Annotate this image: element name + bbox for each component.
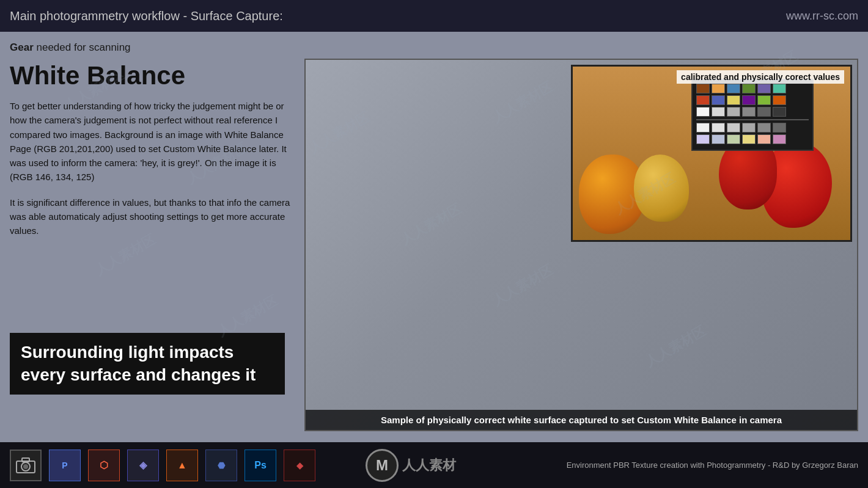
swatch bbox=[773, 107, 786, 117]
logo-text: M bbox=[376, 457, 388, 474]
swatch bbox=[727, 107, 740, 117]
swatch bbox=[757, 123, 771, 133]
software-icon-photoshop[interactable]: Ps bbox=[245, 450, 276, 481]
camera-icon[interactable] bbox=[10, 450, 42, 481]
swatch bbox=[712, 95, 725, 105]
software-icon-1[interactable]: P bbox=[49, 450, 81, 481]
software-icon-6[interactable]: ◆ bbox=[284, 450, 315, 481]
highlight-box: Surrounding light impacts every surface … bbox=[10, 333, 285, 395]
swatch bbox=[773, 134, 786, 144]
swatch bbox=[727, 84, 740, 93]
white-balance-title: White Balance bbox=[10, 61, 297, 90]
description-paragraph2: It is significant difference in values, … bbox=[10, 195, 297, 238]
bottom-center: M 人人素材 bbox=[323, 449, 499, 482]
swatch-row-1 bbox=[696, 84, 809, 93]
swatch bbox=[757, 95, 771, 105]
swatch bbox=[742, 84, 756, 93]
swatch bbox=[696, 107, 710, 117]
swatch bbox=[727, 95, 740, 105]
swatch-row-5 bbox=[696, 134, 809, 144]
website-label: www.rr-sc.com bbox=[786, 10, 858, 23]
swatch bbox=[773, 95, 786, 105]
swatch bbox=[696, 95, 710, 105]
svg-point-2 bbox=[23, 464, 28, 469]
swatch bbox=[757, 107, 771, 117]
software-icon-4[interactable]: ▲ bbox=[166, 450, 198, 481]
swatch bbox=[727, 123, 740, 133]
brand-text: 人人素材 bbox=[402, 456, 456, 475]
right-image-panel: calibrated and physically corect values bbox=[304, 59, 858, 431]
color-checker-container: calibrated and physically corect values bbox=[571, 65, 852, 242]
color-checker-label: calibrated and physically corect values bbox=[677, 70, 844, 84]
bottom-toolbar: P ⬡ ◈ ▲ ⬣ Ps ◆ M 人人素材 Environment PBR Te… bbox=[0, 442, 868, 488]
swatch bbox=[712, 123, 725, 133]
gear-rest-text: needed for scanning bbox=[34, 42, 131, 53]
swatch bbox=[696, 134, 710, 144]
swatch bbox=[742, 95, 756, 105]
window-title: Main photogrammetry workflow - Surface C… bbox=[10, 9, 283, 23]
swatch-row-2 bbox=[696, 95, 809, 105]
swatch bbox=[712, 107, 725, 117]
swatch bbox=[727, 134, 740, 144]
swatch-row-3 bbox=[696, 107, 809, 117]
swatch bbox=[773, 84, 786, 93]
color-checker-card bbox=[691, 79, 814, 151]
software-icon-3[interactable]: ◈ bbox=[127, 450, 159, 481]
swatch bbox=[742, 107, 756, 117]
swatch bbox=[742, 123, 756, 133]
bottom-caption: Sample of physically correct white surfa… bbox=[306, 410, 857, 430]
swatch bbox=[696, 123, 710, 133]
gear-heading: Gear needed for scanning bbox=[10, 42, 858, 54]
main-area: 人人素材区 人人素材区 人人素材区 人人素材区 人人素材区 人人素材区 人人素材… bbox=[0, 32, 868, 442]
bottom-credit-text: Environment PBR Texture creation with Ph… bbox=[506, 461, 858, 470]
swatch bbox=[757, 84, 771, 93]
swatch bbox=[757, 134, 771, 144]
content-row: White Balance To get better understandin… bbox=[10, 59, 858, 431]
left-panel: White Balance To get better understandin… bbox=[10, 59, 297, 431]
swatch-row-4 bbox=[696, 123, 809, 133]
logo-circle: M bbox=[366, 449, 399, 482]
svg-rect-3 bbox=[22, 458, 29, 462]
gear-bold-text: Gear bbox=[10, 42, 34, 53]
description-paragraph1: To get better understanding of how trick… bbox=[10, 99, 297, 184]
swatch bbox=[712, 84, 725, 93]
swatch bbox=[696, 84, 710, 93]
software-icon-2[interactable]: ⬡ bbox=[88, 450, 120, 481]
swatch bbox=[742, 134, 756, 144]
swatch bbox=[773, 123, 786, 133]
swatch bbox=[712, 134, 725, 144]
title-bar: Main photogrammetry workflow - Surface C… bbox=[0, 0, 868, 32]
software-icon-5[interactable]: ⬣ bbox=[205, 450, 237, 481]
